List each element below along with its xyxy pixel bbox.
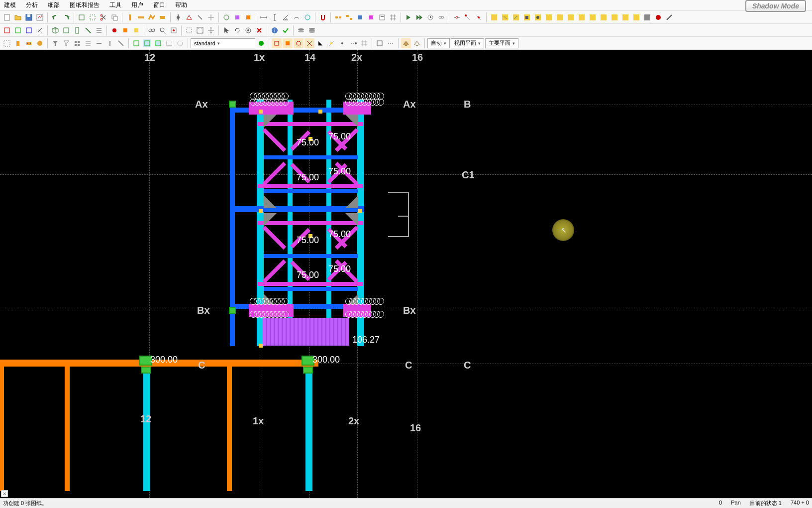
close-view-button[interactable]: ✕ bbox=[1, 490, 8, 497]
filter-f-icon[interactable] bbox=[105, 38, 115, 48]
assembly-d-icon[interactable] bbox=[366, 12, 376, 22]
group-a-icon[interactable] bbox=[131, 38, 141, 48]
group-b-icon[interactable] bbox=[142, 38, 152, 48]
tool-g-icon[interactable] bbox=[303, 12, 312, 22]
chain-icon[interactable] bbox=[436, 12, 446, 22]
conn-10-icon[interactable] bbox=[588, 12, 598, 22]
snap-c-icon[interactable] bbox=[474, 12, 484, 22]
menu-modeling[interactable]: 建模 bbox=[2, 0, 18, 10]
weld-icon[interactable] bbox=[184, 12, 194, 22]
filter-e-icon[interactable] bbox=[94, 38, 104, 48]
group-c-icon[interactable] bbox=[153, 38, 163, 48]
menu-analysis[interactable]: 分析 bbox=[24, 0, 40, 10]
red-dot-icon[interactable] bbox=[109, 25, 119, 35]
plot-icon[interactable] bbox=[35, 12, 45, 22]
undo-icon[interactable] bbox=[50, 12, 60, 22]
grid-icon[interactable] bbox=[388, 12, 398, 22]
triangle-rr-icon[interactable] bbox=[414, 12, 424, 22]
view-3d-icon[interactable] bbox=[50, 25, 60, 35]
menu-drawings[interactable]: 图纸和报告 bbox=[68, 0, 102, 10]
properties-icon[interactable] bbox=[169, 25, 179, 35]
assembly-a-icon[interactable] bbox=[333, 12, 343, 22]
new-icon[interactable] bbox=[2, 12, 12, 22]
bolt-icon[interactable] bbox=[173, 12, 183, 22]
view-list-icon[interactable] bbox=[94, 25, 104, 35]
filter-g-icon[interactable] bbox=[116, 38, 126, 48]
save-icon[interactable] bbox=[24, 12, 34, 22]
group-e-icon[interactable] bbox=[175, 38, 185, 48]
snap-a-icon[interactable] bbox=[452, 12, 462, 22]
snap-grid-icon[interactable] bbox=[359, 38, 369, 48]
snap-b-icon[interactable] bbox=[463, 12, 473, 22]
tool-c-icon[interactable] bbox=[195, 12, 205, 22]
snap-near-icon[interactable] bbox=[326, 38, 336, 48]
conn-4-icon[interactable] bbox=[522, 12, 532, 22]
tool-d-icon[interactable] bbox=[206, 12, 216, 22]
plate-icon[interactable] bbox=[158, 12, 168, 22]
magnet-icon[interactable] bbox=[318, 12, 328, 22]
orange-box-icon[interactable] bbox=[120, 25, 130, 35]
info-icon[interactable]: i bbox=[270, 25, 280, 35]
snap-perp-icon[interactable] bbox=[315, 38, 325, 48]
filter-selector[interactable]: standard bbox=[191, 38, 255, 48]
arrow-cursor-icon[interactable] bbox=[221, 25, 231, 35]
model-viewport[interactable]: ↖ 121x142x161x2x1612AxAxBC1BxBxCCC75.007… bbox=[0, 50, 812, 498]
column-icon[interactable] bbox=[125, 12, 135, 22]
binoculars-icon[interactable] bbox=[147, 25, 157, 35]
conn-17-icon[interactable] bbox=[664, 12, 674, 22]
find-icon[interactable] bbox=[158, 25, 168, 35]
auto-dropdown[interactable]: 自动 bbox=[427, 38, 450, 48]
snap-ext-icon[interactable] bbox=[348, 38, 358, 48]
conn-3-icon[interactable] bbox=[511, 12, 521, 22]
conn-16-icon[interactable] bbox=[653, 12, 663, 22]
sel-all-icon[interactable] bbox=[2, 38, 12, 48]
zoom-fit-icon[interactable] bbox=[195, 25, 205, 35]
yellow-box-icon[interactable] bbox=[131, 25, 141, 35]
conn-11-icon[interactable] bbox=[599, 12, 609, 22]
menu-detail[interactable]: 细部 bbox=[46, 0, 62, 10]
cut-icon[interactable] bbox=[99, 12, 108, 22]
conn-9-icon[interactable] bbox=[577, 12, 587, 22]
watch-icon[interactable] bbox=[425, 12, 435, 22]
group-d-icon[interactable] bbox=[164, 38, 174, 48]
workplane-b-icon[interactable] bbox=[412, 38, 422, 48]
dim-angle-icon[interactable] bbox=[281, 12, 291, 22]
assembly-b-icon[interactable] bbox=[344, 12, 354, 22]
mainplane-dropdown[interactable]: 主要平面 bbox=[485, 38, 518, 48]
dim-v-icon[interactable] bbox=[270, 12, 280, 22]
sel-object-icon[interactable] bbox=[35, 38, 45, 48]
dim-h-icon[interactable] bbox=[259, 12, 269, 22]
zoom-win-icon[interactable] bbox=[184, 25, 194, 35]
conn-12-icon[interactable] bbox=[609, 12, 619, 22]
filter-apply-icon[interactable] bbox=[256, 38, 266, 48]
sel-part-icon[interactable] bbox=[13, 38, 23, 48]
snap-center-icon[interactable] bbox=[294, 38, 304, 48]
conn-7-icon[interactable] bbox=[555, 12, 565, 22]
layer-a-icon[interactable] bbox=[296, 25, 306, 35]
mode-c-icon[interactable] bbox=[24, 25, 34, 35]
tool-f-icon[interactable] bbox=[243, 12, 253, 22]
track-icon[interactable] bbox=[386, 38, 396, 48]
view-elev-icon[interactable] bbox=[72, 25, 82, 35]
conn-15-icon[interactable] bbox=[642, 12, 652, 22]
conn-8-icon[interactable] bbox=[566, 12, 576, 22]
conn-5-icon[interactable] bbox=[533, 12, 543, 22]
conn-1-icon[interactable] bbox=[489, 12, 499, 22]
menu-window[interactable]: 窗口 bbox=[151, 0, 167, 10]
catalog-icon[interactable] bbox=[377, 12, 387, 22]
conn-6-icon[interactable] bbox=[544, 12, 554, 22]
dim-arc-icon[interactable] bbox=[292, 12, 302, 22]
zoom-pan-icon[interactable] bbox=[206, 25, 216, 35]
open-icon[interactable] bbox=[13, 12, 23, 22]
rotate-icon[interactable] bbox=[232, 25, 242, 35]
snap-any-icon[interactable] bbox=[337, 38, 347, 48]
menu-user[interactable]: 用户 bbox=[129, 0, 145, 10]
mode-d-icon[interactable] bbox=[35, 25, 45, 35]
viewplane-dropdown[interactable]: 视图平面 bbox=[451, 38, 484, 48]
conn-13-icon[interactable] bbox=[620, 12, 630, 22]
copy-icon[interactable] bbox=[109, 12, 119, 22]
filter-c-icon[interactable] bbox=[72, 38, 82, 48]
workplane-a-icon[interactable] bbox=[401, 38, 411, 48]
tool-b-icon[interactable] bbox=[88, 12, 98, 22]
menu-help[interactable]: 帮助 bbox=[173, 0, 189, 10]
